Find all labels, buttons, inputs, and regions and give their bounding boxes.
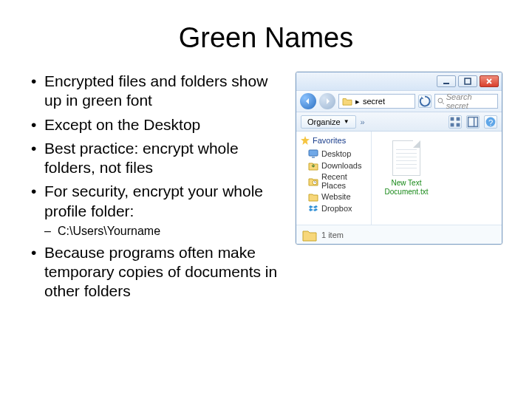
bullet-item: Best practice: encrypt whole folders, no… — [30, 139, 285, 178]
organize-label: Organize — [307, 117, 341, 126]
forward-button[interactable] — [319, 93, 335, 109]
bullet-column: Encrypted files and folders show up in g… — [30, 72, 285, 306]
arrow-right-icon — [324, 98, 331, 105]
desktop-icon — [308, 149, 318, 159]
downloads-icon — [308, 160, 318, 171]
slide: Green Names Encrypted files and folders … — [0, 0, 532, 399]
website-icon — [308, 191, 318, 202]
svg-rect-5 — [451, 123, 454, 126]
star-icon — [301, 136, 310, 145]
svg-rect-0 — [443, 83, 449, 84]
search-icon — [437, 98, 445, 105]
close-button[interactable] — [480, 75, 499, 87]
nav-row: ▸ secret Search secret — [296, 90, 502, 112]
sub-bullet-list: C:\Users\Yourname — [44, 224, 285, 239]
back-button[interactable] — [300, 93, 316, 109]
view-options-button[interactable] — [449, 115, 462, 129]
organize-button[interactable]: Organize ▼ — [301, 115, 356, 129]
svg-rect-1 — [465, 78, 471, 84]
toolbar-overflow[interactable]: » — [361, 117, 365, 126]
sub-bullet-item: C:\Users\Yourname — [44, 224, 285, 239]
sidebar-item-label: Downloads — [321, 161, 361, 170]
svg-text:?: ? — [488, 117, 493, 126]
favorites-header[interactable]: Favorites — [298, 134, 369, 148]
minimize-icon — [443, 78, 450, 85]
slide-title: Green Names — [30, 22, 502, 54]
svg-point-2 — [438, 98, 443, 103]
breadcrumb-sep: ▸ — [355, 97, 360, 106]
svg-rect-12 — [312, 157, 315, 158]
sidebar-item-label: Recent Places — [321, 172, 366, 190]
help-icon: ? — [485, 116, 497, 128]
preview-pane-button[interactable] — [466, 115, 480, 129]
address-path: secret — [363, 97, 385, 106]
sidebar-item-website[interactable]: Website — [298, 191, 369, 202]
status-bar: 1 item — [296, 225, 502, 244]
maximize-icon — [464, 78, 471, 85]
bullet-item: Because programs often make temporary co… — [30, 243, 285, 301]
arrow-left-icon — [304, 98, 312, 105]
bullet-list: Encrypted files and folders show up in g… — [30, 72, 285, 301]
file-pane[interactable]: New Text Document.txt — [372, 132, 502, 225]
sidebar-item-label: Dropbox — [321, 204, 352, 213]
bullet-text: For security, encrypt your whole profile… — [44, 183, 263, 219]
file-name: New Text Document.txt — [381, 179, 432, 196]
toolbar: Organize ▼ » ? — [296, 112, 502, 132]
explorer-content: Favorites Desktop Downloads Recent — [296, 132, 502, 225]
svg-rect-6 — [457, 123, 460, 126]
svg-rect-3 — [451, 117, 454, 120]
refresh-icon — [419, 95, 431, 107]
window-titlebar — [296, 72, 502, 90]
bullet-item: Encrypted files and folders show up in g… — [30, 72, 285, 111]
folder-icon — [302, 228, 317, 242]
help-button[interactable]: ? — [484, 115, 497, 129]
view-icon — [449, 116, 461, 128]
svg-rect-7 — [468, 117, 478, 126]
sidebar-item-downloads[interactable]: Downloads — [298, 160, 369, 171]
status-text: 1 item — [321, 231, 344, 239]
sidebar-item-dropbox[interactable]: Dropbox — [298, 202, 369, 214]
file-item[interactable]: New Text Document.txt — [381, 140, 432, 196]
sidebar-item-label: Desktop — [321, 149, 351, 158]
recent-icon — [308, 176, 318, 186]
favorites-label: Favorites — [313, 136, 346, 145]
slide-body: Encrypted files and folders show up in g… — [30, 72, 502, 306]
close-icon — [485, 78, 493, 85]
svg-rect-11 — [309, 150, 318, 156]
bullet-item: For security, encrypt your whole profile… — [30, 182, 285, 239]
sidebar-item-label: Website — [321, 192, 351, 201]
dropbox-icon — [308, 203, 318, 214]
text-file-icon — [392, 140, 420, 176]
explorer-window: ▸ secret Search secret Organize ▼ » — [296, 72, 502, 245]
sidebar: Favorites Desktop Downloads Recent — [296, 132, 372, 225]
sidebar-item-desktop[interactable]: Desktop — [298, 148, 369, 160]
screenshot-column: ▸ secret Search secret Organize ▼ » — [296, 72, 502, 306]
pane-icon — [467, 116, 479, 128]
chevron-down-icon: ▼ — [344, 118, 349, 125]
search-input[interactable]: Search secret — [434, 94, 498, 109]
folder-icon — [342, 97, 352, 106]
sidebar-item-recent[interactable]: Recent Places — [298, 171, 369, 191]
svg-rect-4 — [457, 117, 460, 120]
maximize-button[interactable] — [458, 75, 477, 87]
address-bar[interactable]: ▸ secret — [338, 94, 415, 109]
refresh-button[interactable] — [418, 95, 432, 108]
minimize-button[interactable] — [437, 75, 456, 87]
search-placeholder: Search secret — [446, 92, 495, 110]
bullet-item: Except on the Desktop — [30, 115, 285, 134]
